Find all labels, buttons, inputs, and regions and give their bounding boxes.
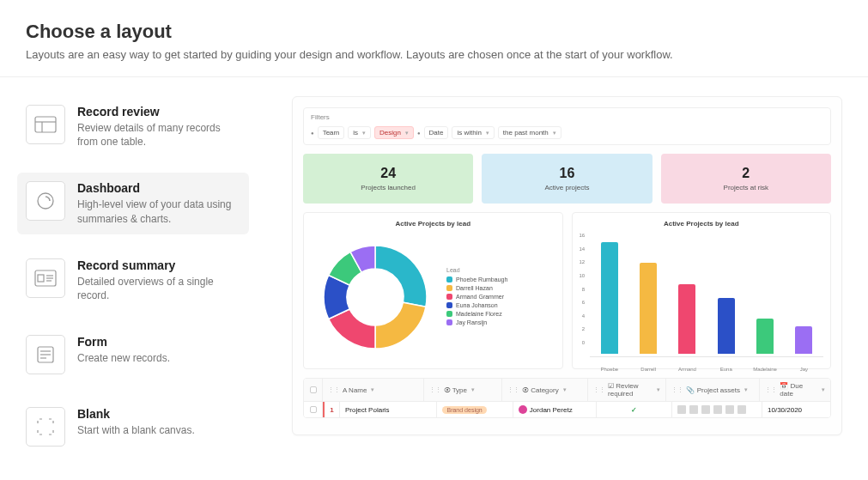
layout-description: Review details of many records from one …: [77, 121, 240, 149]
table-header: ⋮⋮ A Name⋮⋮ ⦿ Type⋮⋮ ⦿ Category⋮⋮ ☑ Revi…: [304, 379, 830, 401]
bar: [795, 326, 812, 355]
bar: [718, 298, 735, 354]
stat-label: Projects at risk: [661, 184, 831, 191]
cell-type: Brand design: [437, 402, 513, 417]
col-checkbox[interactable]: [304, 379, 323, 401]
bar-chart-title: Active Projects by lead: [580, 220, 824, 228]
layout-option-record-summary[interactable]: Record summaryDetailed overviews of a si…: [17, 250, 249, 311]
col-type[interactable]: ⋮⋮ ⦿ Type: [424, 379, 502, 401]
bar-column: Jay: [788, 326, 820, 357]
layout-description: Detailed overviews of a single record.: [77, 275, 240, 302]
table-body: 1Project PolarisBrand design Jordan Pere…: [304, 401, 830, 417]
donut-chart-card: Active Projects by lead Lead Phoebe Rumb…: [303, 212, 563, 369]
legend-swatch: [446, 302, 452, 308]
filter-op[interactable]: is: [348, 126, 371, 139]
table-row[interactable]: 1Project PolarisBrand design Jordan Pere…: [304, 401, 830, 417]
filter-op[interactable]: is within: [452, 126, 494, 139]
legend-swatch: [446, 276, 452, 283]
donut-chart-title: Active Projects by lead: [311, 220, 555, 228]
bar: [678, 284, 695, 354]
row-number: 1: [323, 402, 340, 417]
donut-legend: Lead Phoebe RumbaughDarrell HazanArmand …: [446, 267, 507, 328]
layout-description: Create new records.: [77, 351, 170, 365]
bar-column: Madelaine: [749, 319, 780, 356]
legend-header: Lead: [446, 267, 507, 273]
col-category[interactable]: ⋮⋮ ⦿ Category: [502, 379, 588, 401]
svg-point-3: [38, 193, 53, 209]
layout-option-form[interactable]: FormCreate new records.: [17, 326, 249, 383]
bar: [601, 242, 618, 354]
legend-swatch: [446, 319, 452, 325]
stat-card: 16Active projects: [482, 154, 652, 204]
cell-category: Jordan Peretz: [513, 402, 597, 417]
cell-name: Project Polaris: [340, 402, 437, 417]
col-duedate[interactable]: ⋮⋮ 📅 Due date: [760, 379, 830, 401]
layout-option-record-review[interactable]: Record reviewReview details of many reco…: [17, 96, 249, 157]
layout-description: High-level view of your data using summa…: [77, 197, 240, 225]
y-tick: 4: [580, 313, 586, 319]
filter-conditions: ●TeamisDesign●Dateis withinthe past mont…: [311, 126, 823, 139]
stat-value: 24: [303, 166, 473, 181]
y-tick: 12: [580, 259, 586, 264]
bar-column: Darrell: [632, 263, 664, 356]
record-summary-icon: [26, 258, 65, 298]
legend-swatch: [446, 285, 452, 291]
legend-label: Jay Ransijn: [456, 319, 487, 325]
dashboard-icon: [26, 181, 65, 221]
page-title: Choose a layout: [26, 21, 842, 43]
layout-option-list: Record reviewReview details of many reco…: [17, 96, 249, 471]
filter-bullet: ●: [311, 131, 314, 136]
legend-label: Euna Johanson: [456, 302, 498, 308]
filter-val[interactable]: the past month: [498, 126, 561, 139]
stat-card: 2Projects at risk: [661, 154, 831, 204]
y-tick: 8: [580, 287, 586, 292]
filters-label: Filters: [311, 113, 823, 121]
y-tick: 0: [580, 340, 586, 345]
donut-slice: [375, 302, 426, 349]
filter-tag[interactable]: Design: [374, 126, 414, 139]
col-assets[interactable]: ⋮⋮ 📎 Project assets: [666, 379, 760, 401]
legend-label: Armand Grammer: [456, 294, 504, 300]
bar-y-axis: 1614121086420: [580, 233, 586, 357]
layout-option-dashboard[interactable]: DashboardHigh-level view of your data us…: [17, 173, 249, 234]
bar-chart-card: Active Projects by lead 1614121086420 Ph…: [572, 212, 832, 369]
legend-item: Phoebe Rumbaugh: [446, 276, 507, 283]
dashboard-preview: Filters ●TeamisDesign●Dateis withinthe p…: [292, 96, 842, 435]
cell-duedate: 10/30/2020: [762, 402, 830, 417]
layout-title: Dashboard: [77, 181, 240, 195]
svg-rect-0: [35, 117, 56, 132]
col-review[interactable]: ⋮⋮ ☑ Review required: [588, 379, 666, 401]
svg-rect-5: [38, 275, 44, 282]
bar-chart: PhoebeDarrellArmandEunaMadelaineJay: [590, 233, 823, 357]
legend-item: Euna Johanson: [446, 302, 507, 308]
page-header: Choose a layout Layouts are an easy way …: [0, 0, 868, 77]
bar-column: Phoebe: [593, 242, 625, 356]
filter-bullet: ●: [417, 131, 421, 136]
bar: [640, 263, 657, 354]
row-checkbox[interactable]: [304, 402, 323, 417]
legend-item: Armand Grammer: [446, 294, 507, 300]
legend-label: Madelaine Florez: [456, 311, 502, 317]
stat-value: 16: [482, 166, 652, 181]
filter-field[interactable]: Date: [424, 126, 449, 139]
form-icon: [26, 335, 65, 374]
stat-value: 2: [661, 166, 831, 181]
filters-panel: Filters ●TeamisDesign●Dateis withinthe p…: [303, 107, 831, 145]
projects-table: ⋮⋮ A Name⋮⋮ ⦿ Type⋮⋮ ⦿ Category⋮⋮ ☑ Revi…: [303, 378, 831, 418]
layout-title: Form: [77, 335, 170, 349]
layout-option-blank[interactable]: BlankStart with a blank canvas.: [17, 398, 249, 455]
y-tick: 2: [580, 326, 586, 331]
stat-label: Active projects: [482, 184, 652, 191]
legend-item: Madelaine Florez: [446, 311, 507, 317]
legend-item: Darrell Hazan: [446, 285, 507, 291]
record-review-icon: [26, 105, 65, 144]
filter-field[interactable]: Team: [318, 126, 345, 139]
col-name[interactable]: ⋮⋮ A Name: [323, 379, 424, 401]
page-subtitle: Layouts are an easy way to get started b…: [26, 48, 842, 61]
bar-column: Euna: [710, 298, 742, 356]
bar-column: Armand: [671, 284, 703, 356]
y-tick: 6: [580, 300, 586, 305]
donut-slice: [375, 246, 427, 307]
bar: [756, 319, 774, 354]
layout-title: Blank: [77, 407, 195, 421]
